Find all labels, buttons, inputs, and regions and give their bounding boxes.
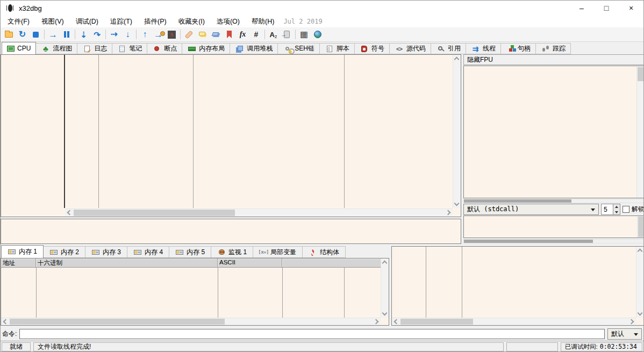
scroll-down-icon[interactable]	[638, 311, 643, 316]
menu-plugins[interactable]: 插件(P)	[138, 16, 173, 27]
bookmarks-button[interactable]	[223, 28, 236, 41]
goto-button[interactable]	[280, 28, 294, 41]
scroll-left-icon[interactable]	[3, 319, 9, 325]
disassembly-horizontal-scrollbar[interactable]	[65, 209, 453, 217]
column-header-hex[interactable]: 十六进制	[36, 258, 218, 267]
run-button[interactable]	[46, 28, 60, 41]
maximize-button[interactable]: □	[594, 1, 619, 16]
tab-dump-4[interactable]: 内存 4	[127, 246, 169, 258]
registers-horizontal-scrollbar[interactable]	[463, 199, 644, 203]
menu-options[interactable]: 选项(O)	[211, 16, 246, 27]
menu-favourites[interactable]: 收藏夹(I)	[173, 16, 211, 27]
scroll-up-icon[interactable]	[382, 261, 388, 266]
tab-locals[interactable]: 局部变量	[253, 246, 303, 258]
tab-graph[interactable]: 流程图	[36, 43, 77, 54]
calling-convention-dropdown[interactable]: 默认 (stdcall)	[463, 204, 599, 215]
argument-count-spinner[interactable]: 5	[601, 204, 620, 215]
close-debuggee-button[interactable]	[29, 28, 42, 41]
check-updates-button[interactable]	[311, 28, 324, 41]
menu-help[interactable]: 帮助(H)	[246, 16, 280, 27]
scroll-down-icon[interactable]	[382, 311, 388, 316]
tab-dump-2[interactable]: 内存 2	[44, 246, 85, 258]
scroll-left-icon[interactable]	[67, 210, 73, 215]
command-input[interactable]	[19, 329, 605, 339]
menu-view[interactable]: 视图(V)	[35, 16, 70, 27]
command-mode-dropdown[interactable]: 默认	[607, 328, 642, 340]
spin-down-icon[interactable]	[613, 210, 620, 215]
scrollbar-thumb[interactable]	[464, 240, 593, 243]
arguments-horizontal-scrollbar[interactable]	[463, 239, 644, 243]
trace-over-button[interactable]	[121, 28, 134, 41]
tab-log[interactable]: 日志	[77, 43, 112, 54]
tab-symbols[interactable]: 符号	[355, 43, 390, 54]
menu-debug[interactable]: 调试(D)	[70, 16, 104, 27]
scroll-right-icon[interactable]	[629, 319, 634, 325]
tab-watch-1[interactable]: 监视 1	[211, 246, 253, 258]
column-header-ascii[interactable]: ASCII	[218, 258, 282, 267]
tab-notes[interactable]: 笔记	[112, 43, 147, 54]
source-lines-button[interactable]	[249, 28, 263, 41]
scroll-up-icon[interactable]	[638, 249, 643, 254]
dump-vertical-scrollbar[interactable]	[381, 258, 389, 318]
registers-vertical-scrollbar[interactable]	[636, 66, 644, 198]
tab-cpu[interactable]: CPU	[2, 42, 36, 54]
minimize-button[interactable]: –	[569, 1, 594, 16]
tab-source[interactable]: 源代码	[390, 43, 431, 54]
stack-pane[interactable]	[391, 246, 644, 326]
tab-handles[interactable]: 句柄	[501, 43, 536, 54]
comments-button[interactable]	[196, 28, 209, 41]
tab-threads[interactable]: 线程	[466, 43, 501, 54]
hide-fpu-button[interactable]: 隐藏FPU	[463, 54, 644, 65]
scrollbar-thumb[interactable]	[638, 217, 643, 237]
tab-memory-map[interactable]: 内存布局	[182, 43, 230, 54]
execute-till-return-button[interactable]	[138, 28, 152, 41]
patches-button[interactable]	[182, 28, 196, 41]
scroll-left-icon[interactable]	[394, 319, 399, 325]
column-header-address[interactable]: 地址	[1, 258, 36, 267]
restart-button[interactable]	[16, 28, 29, 41]
memory-dump-pane[interactable]: 地址 十六进制 ASCII	[1, 258, 389, 326]
disassembly-vertical-scrollbar[interactable]	[453, 55, 461, 208]
open-file-button[interactable]	[2, 28, 16, 41]
assemble-button[interactable]	[267, 28, 280, 41]
functions-button[interactable]	[236, 28, 249, 41]
registers-pane[interactable]	[463, 66, 644, 198]
trace-into-button[interactable]	[108, 28, 121, 41]
tab-references[interactable]: 引用	[431, 43, 466, 54]
menu-trace[interactable]: 追踪(T)	[104, 16, 138, 27]
scrollbar-thumb[interactable]	[638, 67, 643, 81]
stack-vertical-scrollbar[interactable]	[636, 247, 644, 318]
close-button[interactable]: ×	[619, 1, 643, 16]
menu-file[interactable]: 文件(F)	[2, 16, 35, 27]
dump-horizontal-scrollbar[interactable]	[1, 318, 381, 325]
scrollbar-thumb[interactable]	[10, 319, 225, 325]
calculator-button[interactable]	[297, 28, 311, 41]
column-header-blank[interactable]	[282, 258, 381, 267]
tab-struct[interactable]: 结构体	[303, 246, 346, 258]
arguments-pane[interactable]	[463, 215, 644, 238]
tab-dump-1[interactable]: 内存 1	[1, 245, 44, 258]
pause-button[interactable]	[60, 28, 73, 41]
scrollbar-thumb[interactable]	[400, 319, 473, 325]
scrollbar-thumb[interactable]	[464, 199, 571, 203]
scroll-up-icon[interactable]	[454, 57, 460, 62]
scroll-down-icon[interactable]	[454, 201, 460, 206]
scrollbar-thumb[interactable]	[74, 210, 235, 216]
spin-up-icon[interactable]	[613, 204, 620, 210]
tab-script[interactable]: 脚本	[320, 43, 355, 54]
scroll-right-icon[interactable]	[446, 210, 451, 215]
disassembly-pane[interactable]	[1, 54, 461, 217]
tab-dump-5[interactable]: 内存 5	[169, 246, 211, 258]
run-to-user-code-button[interactable]	[152, 28, 165, 41]
tab-seh[interactable]: SEH链	[278, 43, 320, 54]
scroll-right-icon[interactable]	[374, 319, 379, 325]
unlock-checkbox[interactable]	[622, 206, 629, 213]
tab-dump-3[interactable]: 内存 3	[85, 246, 127, 258]
arguments-vertical-scrollbar[interactable]	[637, 216, 644, 238]
step-over-button[interactable]	[90, 28, 104, 41]
step-into-button[interactable]	[77, 28, 90, 41]
labels-button[interactable]	[209, 28, 223, 41]
system-breakpoint-button[interactable]: S	[165, 28, 178, 41]
stack-horizontal-scrollbar[interactable]	[392, 318, 636, 325]
tab-breakpoints[interactable]: 断点	[147, 43, 182, 54]
